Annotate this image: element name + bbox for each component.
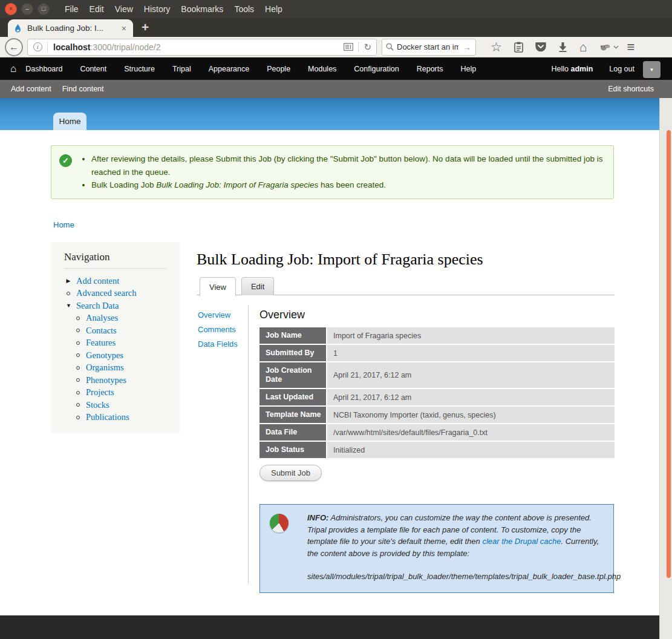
back-button[interactable]: ← [5,38,23,56]
page-title: Bulk Loading Job: Import of Fragaria spe… [197,251,483,269]
sidebar-item-organisms[interactable]: Organisms [51,362,180,375]
home-icon[interactable]: ⌂ [579,40,587,54]
sidebar-link[interactable]: Stocks [86,400,109,410]
extension-icon[interactable] [599,43,611,51]
subnav-comments-link[interactable]: Comments [198,325,238,334]
window-close-icon[interactable]: × [5,3,17,15]
tab-close-icon[interactable]: × [120,24,128,33]
collapsed-arrow-icon[interactable]: ▶ [66,278,71,284]
scrollbar-thumb[interactable] [667,130,671,578]
row-value: /var/www/html/sites/default/files/Fragar… [327,424,615,441]
download-icon[interactable] [558,42,567,52]
admin-menu-help[interactable]: Help [460,65,476,73]
pocket-icon[interactable] [535,42,546,52]
admin-menu-structure[interactable]: Structure [124,65,155,73]
search-icon [386,43,394,51]
overview-pane: Overview Job Name Import of Fragaria spe… [259,309,615,593]
sidebar-item-projects[interactable]: Projects [51,387,180,399]
status-message-item: After reviewing the details, please Subm… [91,152,606,179]
search-query-text[interactable]: Docker start an image [397,42,458,51]
reader-mode-icon[interactable] [339,43,358,51]
menu-help[interactable]: Help [259,4,288,14]
admin-menu-appearance[interactable]: Appearance [209,65,249,73]
tab-view[interactable]: View [200,277,236,296]
window-maximize-icon[interactable]: □ [38,3,50,15]
site-home-tab[interactable]: Home [53,113,86,130]
shortcut-add-content[interactable]: Add content [11,85,51,93]
window-minimize-icon[interactable]: – [21,3,33,15]
navigation-block: Navigation ▶ Add content Advanced search… [51,242,180,433]
bookmark-star-icon[interactable]: ☆ [491,40,502,54]
sidebar-link[interactable]: Features [86,338,116,348]
sidebar-link[interactable]: Genotypes [86,350,123,361]
site-info-icon[interactable]: i [33,42,42,51]
edit-shortcuts-link[interactable]: Edit shortcuts [608,85,654,93]
menu-view[interactable]: View [109,4,139,14]
sidebar-item-phenotypes[interactable]: Phenotypes [51,374,180,387]
admin-menu-reports[interactable]: Reports [417,65,443,73]
url-path: :3000/tripal/node/2 [90,42,160,52]
row-label: Job Status [259,442,326,458]
menu-history[interactable]: History [139,4,176,14]
leaf-bullet-icon [76,416,80,419]
submit-job-button[interactable]: Submit Job [259,465,322,481]
bookmarks-menu-icon[interactable] [514,42,523,53]
divider [248,306,249,584]
sidebar-link[interactable]: Advanced search [76,288,136,298]
url-bar[interactable]: i localhost:3000/tripal/node/2 ↻ [27,39,377,56]
logout-link[interactable]: Log out [609,65,634,73]
menu-hamburger-icon[interactable]: ≡ [627,39,634,55]
url-text[interactable]: localhost:3000/tripal/node/2 [53,42,160,52]
status-message-item: Bulk Loading Job Bulk Loading Job: Impor… [91,179,606,192]
admin-menu-people[interactable]: People [267,65,290,73]
sidebar-item-publications[interactable]: Publications [51,411,180,424]
sidebar-item-contacts[interactable]: Contacts [51,324,180,337]
admin-menu-modules[interactable]: Modules [308,65,336,73]
sidebar-link[interactable]: Publications [86,412,129,422]
shortcut-find-content[interactable]: Find content [62,85,104,93]
sidebar-item-add-content[interactable]: ▶ Add content [51,275,180,287]
expanded-arrow-icon[interactable]: ▼ [66,303,71,309]
sidebar-link[interactable]: Phenotypes [86,375,126,385]
browser-tab[interactable]: Bulk Loading Job: I... × [8,19,133,37]
leaf-bullet-icon [76,403,80,407]
chevron-down-icon[interactable] [613,45,619,49]
admin-menu: Dashboard Content Structure Tripal Appea… [25,65,476,73]
sidebar-link[interactable]: Contacts [86,326,117,336]
search-field[interactable]: Docker start an image → [382,39,476,56]
sidebar-link[interactable]: Search Data [76,301,119,311]
admin-home-icon[interactable]: ⌂ [10,63,16,75]
reload-icon[interactable]: ↻ [359,42,376,53]
new-tab-button[interactable]: + [142,20,149,34]
tab-edit[interactable]: Edit [241,277,274,295]
sidebar-link[interactable]: Organisms [86,362,124,373]
toolbar-toggle-button[interactable]: ▼ [643,61,661,78]
subnav-overview-link[interactable]: Overview [198,310,238,320]
menu-tools[interactable]: Tools [229,4,259,14]
sidebar-link[interactable]: Add content [76,276,119,286]
scrollbar-track[interactable] [659,98,672,639]
sidebar-item-features[interactable]: Features [51,337,180,350]
menu-file[interactable]: File [59,4,84,14]
admin-menu-content[interactable]: Content [80,65,106,73]
sidebar-item-genotypes[interactable]: Genotypes [51,349,180,362]
subnav-data-fields-link[interactable]: Data Fields [198,339,238,349]
breadcrumb-home-link[interactable]: Home [53,220,74,229]
sidebar-link[interactable]: Analyses [86,313,118,323]
admin-menu-dashboard[interactable]: Dashboard [25,65,62,73]
menu-edit[interactable]: Edit [84,4,109,14]
sidebar-item-analyses[interactable]: Analyses [51,312,180,325]
sidebar-item-stocks[interactable]: Stocks [51,399,180,411]
clear-cache-link[interactable]: clear the Drupal cache [482,537,561,546]
sidebar-item-advanced-search[interactable]: Advanced search [51,287,180,300]
admin-toolbar: ⌂ Dashboard Content Structure Tripal App… [0,57,672,80]
admin-menu-configuration[interactable]: Configuration [354,65,399,73]
browser-navbar: ← i localhost:3000/tripal/node/2 ↻ Docke… [0,37,672,57]
search-go-icon[interactable]: → [463,42,471,52]
sidebar-item-search-data[interactable]: ▼ Search Data [51,300,180,312]
divider [64,268,166,269]
menu-bookmarks[interactable]: Bookmarks [175,4,229,14]
admin-menu-tripal[interactable]: Tripal [172,65,191,73]
info-box: INFO: Administrators, you can customize … [259,504,614,593]
sidebar-link[interactable]: Projects [86,387,114,398]
